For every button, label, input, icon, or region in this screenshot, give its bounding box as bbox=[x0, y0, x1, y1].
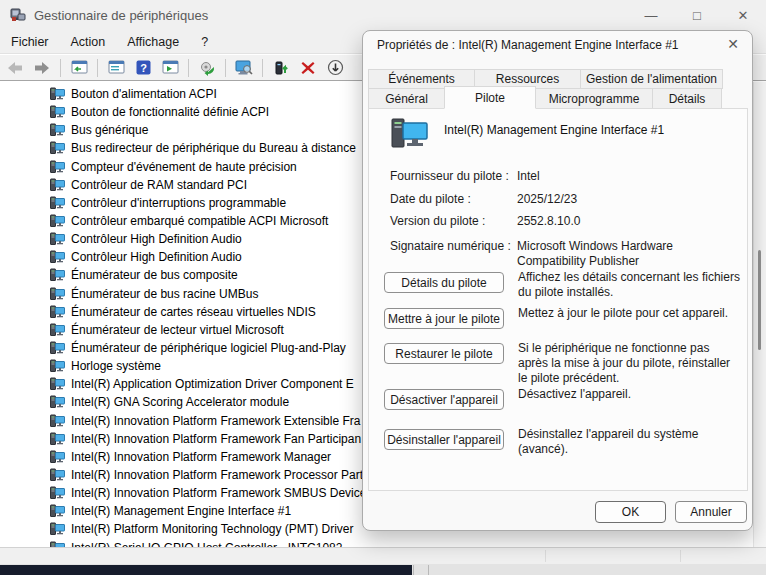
disable-device-icon[interactable] bbox=[326, 59, 344, 76]
tree-item-label: Intel(R) Application Optimization Driver… bbox=[71, 377, 354, 391]
tree-item-label: Intel(R) GNA Scoring Accelerator module bbox=[71, 395, 289, 409]
tree-item-label: Bouton d'alimentation ACPI bbox=[71, 87, 217, 101]
tree-item-label: Intel(R) Platform Monitoring Technology … bbox=[71, 522, 354, 536]
taskbar-segment-line bbox=[428, 565, 429, 575]
system-device-icon bbox=[50, 395, 65, 409]
menu-item[interactable]: Fichier bbox=[0, 35, 60, 49]
driver-tab-panel: Intel(R) Management Engine Interface #1 … bbox=[368, 108, 748, 491]
driver-action-button[interactable]: Désinstaller l'appareil bbox=[384, 429, 504, 450]
tree-item-label: Compteur d'événement de haute précision bbox=[71, 160, 297, 174]
tree-item-label: Contrôleur High Definition Audio bbox=[71, 250, 242, 264]
driver-action-description: Mettez à jour le pilote pour cet apparei… bbox=[518, 306, 728, 329]
tree-item-label: Intel(R) Management Engine Interface #1 bbox=[71, 504, 291, 518]
properties-dialog: Propriétés de : Intel(R) Management Engi… bbox=[362, 30, 753, 531]
system-device-icon bbox=[50, 141, 65, 155]
ok-button[interactable]: OK bbox=[595, 501, 666, 523]
field-value: Microsoft Windows Hardware Compatibility… bbox=[517, 239, 735, 269]
tab-control: ÉvénementsRessourcesGestion de l'aliment… bbox=[368, 69, 725, 109]
field-value: 2552.8.10.0 bbox=[517, 214, 735, 229]
toolbar-separator bbox=[97, 59, 98, 77]
system-device-icon bbox=[50, 414, 65, 428]
system-device-icon bbox=[50, 214, 65, 228]
statusbar-separator bbox=[545, 550, 546, 562]
driver-action-button[interactable]: Désactiver l'appareil bbox=[384, 389, 504, 410]
tab[interactable]: Général bbox=[368, 88, 445, 109]
driver-action-button[interactable]: Détails du pilote bbox=[384, 272, 504, 293]
driver-action-row: Restaurer le pilote Si le périphérique n… bbox=[384, 343, 742, 386]
driver-action-row: Mettre à jour le pilote Mettez à jour le… bbox=[384, 308, 742, 329]
system-device-icon bbox=[50, 323, 65, 337]
uninstall-device-icon[interactable] bbox=[299, 59, 317, 76]
dialog-title: Propriétés de : Intel(R) Management Engi… bbox=[377, 38, 679, 52]
tree-item-label: Bus générique bbox=[71, 123, 148, 137]
field-label: Date du pilote : bbox=[390, 192, 517, 207]
tree-item-label: Intel(R) Innovation Platform Framework P… bbox=[71, 468, 363, 482]
field-value: Intel bbox=[517, 169, 735, 184]
back-icon[interactable] bbox=[6, 59, 24, 76]
cancel-button[interactable]: Annuler bbox=[675, 501, 747, 523]
scan-hardware-icon[interactable] bbox=[198, 59, 216, 76]
system-device-icon bbox=[50, 232, 65, 246]
window-title: Gestionnaire de périphériques bbox=[34, 8, 208, 23]
system-device-icon bbox=[50, 105, 65, 119]
system-device-icon bbox=[50, 341, 65, 355]
field-row: Fournisseur du pilote : Intel bbox=[390, 169, 735, 184]
system-device-icon bbox=[50, 305, 65, 319]
dialog-close-icon[interactable]: ✕ bbox=[727, 36, 739, 52]
forward-icon[interactable] bbox=[33, 59, 51, 76]
titlebar: Gestionnaire de périphériques — □ ✕ bbox=[0, 0, 766, 30]
menu-item[interactable]: Action bbox=[60, 35, 117, 49]
tree-item-label: Intel(R) Innovation Platform Framework F… bbox=[71, 432, 361, 446]
field-label: Version du pilote : bbox=[390, 214, 517, 229]
statusbar-separator bbox=[680, 550, 681, 562]
driver-action-description: Affichez les détails concernant les fich… bbox=[518, 270, 742, 300]
tab[interactable]: Gestion de l'alimentation bbox=[580, 69, 723, 89]
tree-item-label: Énumérateur de lecteur virtuel Microsoft bbox=[71, 323, 284, 337]
minimize-icon[interactable]: — bbox=[628, 0, 674, 30]
tree-item-label: Contrôleur High Definition Audio bbox=[71, 232, 242, 246]
tree-item-label: Énumérateur de cartes réseau virtuelles … bbox=[71, 305, 316, 319]
system-device-icon bbox=[50, 432, 65, 446]
tab[interactable]: Microprogramme bbox=[535, 88, 653, 109]
system-device-icon bbox=[50, 268, 65, 282]
scrollbar-thumb[interactable] bbox=[758, 250, 761, 350]
help-icon[interactable]: ? bbox=[134, 59, 152, 76]
console-tree-icon[interactable] bbox=[70, 59, 88, 76]
field-row: Version du pilote : 2552.8.10.0 bbox=[390, 214, 735, 229]
tree-item-label: Contrôleur embarqué compatible ACPI Micr… bbox=[71, 214, 328, 228]
toolbar-separator bbox=[188, 59, 189, 77]
tree-item-label: Intel(R) Innovation Platform Framework S… bbox=[71, 486, 366, 500]
tree-item-label: Intel(R) Innovation Platform Framework M… bbox=[71, 450, 331, 464]
maximize-icon[interactable]: □ bbox=[674, 0, 720, 30]
taskbar-segment-line bbox=[413, 565, 414, 575]
system-device-icon bbox=[50, 160, 65, 174]
device-name: Intel(R) Management Engine Interface #1 bbox=[444, 123, 664, 137]
svg-text:?: ? bbox=[140, 62, 147, 74]
driver-action-button[interactable]: Restaurer le pilote bbox=[384, 343, 504, 364]
tree-scrollbar[interactable] bbox=[753, 82, 766, 547]
device-manager-icon bbox=[10, 7, 26, 23]
toolbar-separator bbox=[60, 59, 61, 77]
system-device-icon bbox=[50, 450, 65, 464]
system-device-icon bbox=[50, 468, 65, 482]
update-driver-icon[interactable] bbox=[272, 59, 290, 76]
tree-item-label: Intel(R) Innovation Platform Framework E… bbox=[71, 414, 360, 428]
tab[interactable]: Pilote bbox=[444, 86, 536, 109]
tree-item-label: Énumérateur de périphérique logiciel Plu… bbox=[71, 341, 346, 355]
menu-item[interactable]: Affichage bbox=[116, 35, 190, 49]
driver-action-button[interactable]: Mettre à jour le pilote bbox=[384, 308, 504, 329]
monitor-search-icon[interactable] bbox=[235, 59, 253, 76]
tree-item[interactable]: Intel(R) Serial IO GPIO Host Controller … bbox=[0, 539, 753, 547]
driver-action-description: Désactivez l'appareil. bbox=[518, 387, 631, 410]
field-value: 2025/12/23 bbox=[517, 192, 735, 207]
tree-item-label: Bouton de fonctionnalité définie ACPI bbox=[71, 105, 269, 119]
close-icon[interactable]: ✕ bbox=[720, 0, 766, 30]
system-device-icon bbox=[50, 359, 65, 373]
tab[interactable]: Détails bbox=[652, 88, 722, 109]
field-label: Fournisseur du pilote : bbox=[390, 169, 517, 184]
taskbar-edge bbox=[0, 564, 766, 575]
properties-icon[interactable] bbox=[107, 59, 125, 76]
action-pane-icon[interactable] bbox=[161, 59, 179, 76]
tree-item-label: Horloge système bbox=[71, 359, 161, 373]
menu-item[interactable]: ? bbox=[190, 35, 219, 49]
